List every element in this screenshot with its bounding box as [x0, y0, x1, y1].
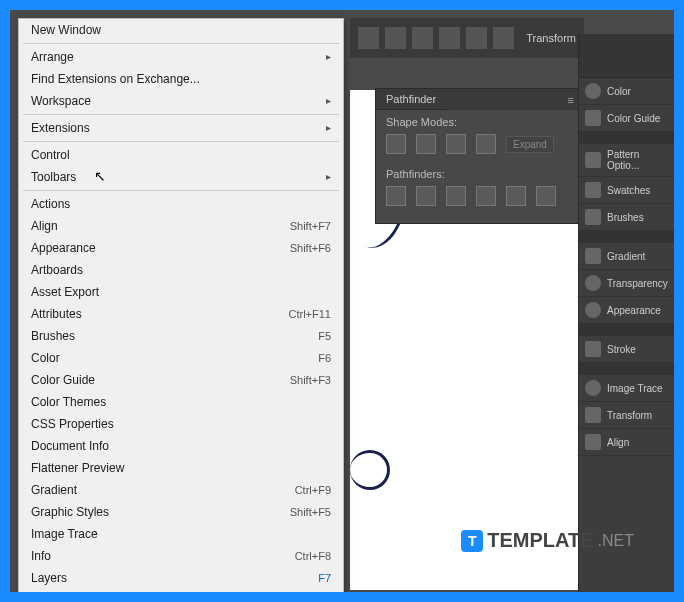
trim-icon[interactable] [416, 186, 436, 206]
menu-separator [23, 114, 339, 115]
outline-icon[interactable] [506, 186, 526, 206]
watermark-badge: T [461, 530, 483, 552]
chevron-right-icon: ▸ [326, 169, 331, 185]
menu-arrange[interactable]: Arrange▸ [19, 46, 343, 68]
unite-icon[interactable] [386, 134, 406, 154]
right-panel-strip [579, 34, 674, 78]
menu-document-info[interactable]: Document Info [19, 435, 343, 457]
menu-shortcut: Shift+F3 [290, 372, 331, 388]
chevron-right-icon: ▸ [326, 49, 331, 65]
panel-color[interactable]: Color [579, 78, 674, 105]
panel-label: Align [607, 437, 629, 448]
menu-label: Actions [31, 196, 70, 212]
pathfinder-tab[interactable]: Pathfinder [376, 89, 446, 110]
menu-shortcut: Shift+F6 [290, 240, 331, 256]
menu-color[interactable]: ColorF6 [19, 347, 343, 369]
menu-graphic-styles[interactable]: Graphic StylesShift+F5 [19, 501, 343, 523]
align-left-icon[interactable] [358, 27, 379, 49]
menu-label: Gradient [31, 482, 77, 498]
menu-shortcut: F7 [318, 570, 331, 586]
menu-attributes[interactable]: AttributesCtrl+F11 [19, 303, 343, 325]
align-right-icon[interactable] [412, 27, 433, 49]
menu-css-properties[interactable]: CSS Properties [19, 413, 343, 435]
intersect-icon[interactable] [446, 134, 466, 154]
panel-transparency[interactable]: Transparency [579, 270, 674, 297]
panel-image-trace[interactable]: Image Trace [579, 375, 674, 402]
menu-asset-export[interactable]: Asset Export [19, 281, 343, 303]
panel-align[interactable]: Align [579, 429, 674, 456]
menu-find-extensions[interactable]: Find Extensions on Exchange... [19, 68, 343, 90]
panel-label: Appearance [607, 305, 661, 316]
divide-icon[interactable] [386, 186, 406, 206]
menu-label: New Window [31, 22, 101, 38]
panel-color-guide[interactable]: Color Guide [579, 105, 674, 132]
color-icon [585, 83, 601, 99]
menu-label: Attributes [31, 306, 82, 322]
panel-stroke[interactable]: Stroke [579, 336, 674, 363]
menu-toolbars[interactable]: Toolbars▸ [19, 166, 343, 188]
watermark-brand: TEMPLATE [487, 529, 593, 552]
brushes-icon [585, 209, 601, 225]
align-center-icon[interactable] [385, 27, 406, 49]
menu-label: Toolbars [31, 169, 76, 185]
window-menu: New Window Arrange▸ Find Extensions on E… [18, 18, 344, 602]
crop-icon[interactable] [476, 186, 496, 206]
stroke-icon [585, 341, 601, 357]
panel-label: Color Guide [607, 113, 660, 124]
transform-label[interactable]: Transform [526, 32, 576, 44]
artwork-spiral [350, 450, 390, 490]
panel-label: Image Trace [607, 383, 663, 394]
color-guide-icon [585, 110, 601, 126]
menu-label: Learn [31, 592, 62, 602]
transform-icon [585, 407, 601, 423]
menu-label: Graphic Styles [31, 504, 109, 520]
menu-align[interactable]: AlignShift+F7 [19, 215, 343, 237]
panel-transform[interactable]: Transform [579, 402, 674, 429]
menu-label: Color [31, 350, 60, 366]
pathfinders-label: Pathfinders: [376, 162, 580, 182]
panel-pattern-options[interactable]: Pattern Optio... [579, 144, 674, 177]
menu-flattener[interactable]: Flattener Preview [19, 457, 343, 479]
menu-separator [23, 43, 339, 44]
menu-brushes[interactable]: BrushesF5 [19, 325, 343, 347]
menu-label: Image Trace [31, 526, 98, 542]
merge-icon[interactable] [446, 186, 466, 206]
menu-extensions[interactable]: Extensions▸ [19, 117, 343, 139]
panel-brushes[interactable]: Brushes [579, 204, 674, 231]
panel-label: Stroke [607, 344, 636, 355]
menu-workspace[interactable]: Workspace▸ [19, 90, 343, 112]
menu-shortcut: F6 [318, 350, 331, 366]
menu-shortcut: Ctrl+F11 [289, 306, 332, 322]
menu-learn[interactable]: Learn [19, 589, 343, 602]
panel-swatches[interactable]: Swatches [579, 177, 674, 204]
menu-layers[interactable]: LayersF7 [19, 567, 343, 589]
align-bottom-icon[interactable] [493, 27, 514, 49]
menu-label: Flattener Preview [31, 460, 124, 476]
menu-new-window[interactable]: New Window [19, 19, 343, 41]
align-middle-icon[interactable] [466, 27, 487, 49]
menu-gradient[interactable]: GradientCtrl+F9 [19, 479, 343, 501]
menu-label: Extensions [31, 120, 90, 136]
menu-label: Control [31, 147, 70, 163]
panel-label: Transparency [607, 278, 668, 289]
exclude-icon[interactable] [476, 134, 496, 154]
menu-shortcut: Shift+F7 [290, 218, 331, 234]
menu-appearance[interactable]: AppearanceShift+F6 [19, 237, 343, 259]
menu-actions[interactable]: Actions [19, 193, 343, 215]
menu-control[interactable]: Control [19, 144, 343, 166]
menu-artboards[interactable]: Artboards [19, 259, 343, 281]
menu-color-guide[interactable]: Color GuideShift+F3 [19, 369, 343, 391]
menu-color-themes[interactable]: Color Themes [19, 391, 343, 413]
minus-back-icon[interactable] [536, 186, 556, 206]
menu-label: CSS Properties [31, 416, 114, 432]
watermark: T TEMPLATE .NET [461, 529, 634, 552]
menu-label: Info [31, 548, 51, 564]
menu-image-trace[interactable]: Image Trace [19, 523, 343, 545]
minus-front-icon[interactable] [416, 134, 436, 154]
align-top-icon[interactable] [439, 27, 460, 49]
menu-shortcut: Ctrl+F9 [295, 482, 331, 498]
panel-menu-icon[interactable]: ≡ [568, 94, 574, 106]
panel-gradient[interactable]: Gradient [579, 243, 674, 270]
menu-info[interactable]: InfoCtrl+F8 [19, 545, 343, 567]
panel-appearance[interactable]: Appearance [579, 297, 674, 324]
